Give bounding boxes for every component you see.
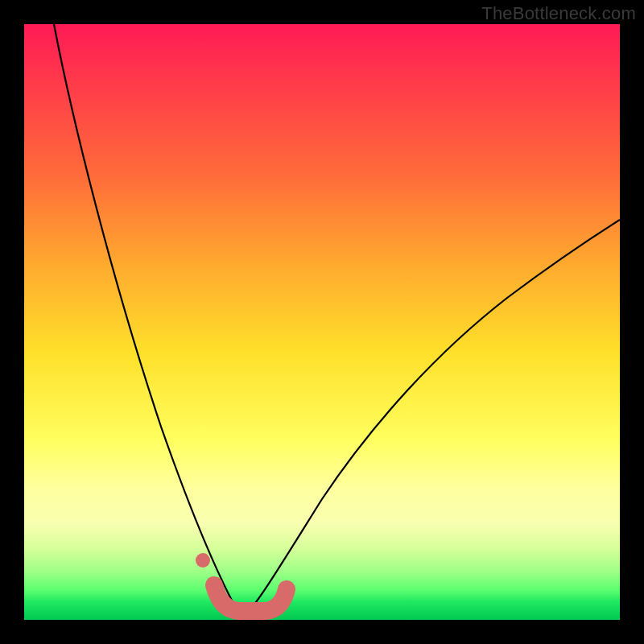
curve-left-branch xyxy=(54,24,243,617)
watermark-text: TheBottleneck.com xyxy=(481,3,636,24)
plot-area xyxy=(24,24,620,620)
chart-frame: TheBottleneck.com xyxy=(0,0,644,644)
optimal-marker-dot xyxy=(196,553,210,568)
chart-svg xyxy=(24,24,620,620)
curve-right-branch xyxy=(243,220,620,617)
optimal-range-marker xyxy=(214,585,287,611)
